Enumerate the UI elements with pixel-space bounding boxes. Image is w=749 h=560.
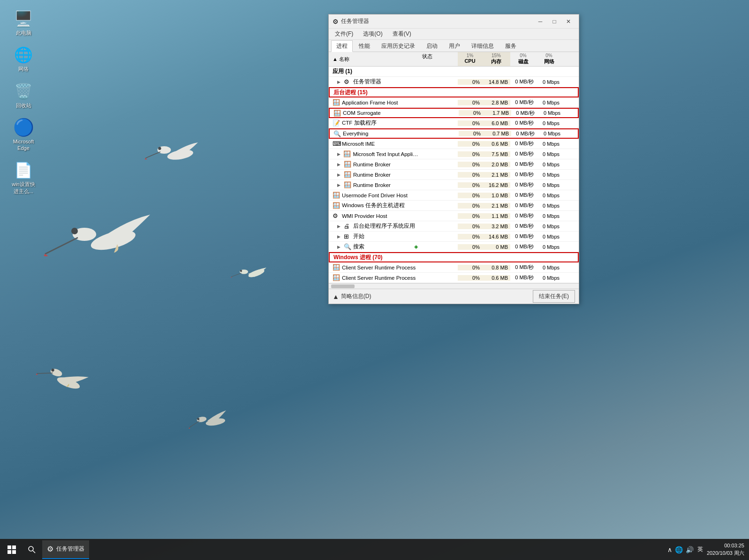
- svg-point-5: [158, 147, 161, 150]
- search-status-icon: ◈: [414, 244, 418, 250]
- window-footer: ▲ 简略信息(D) 结束任务(E): [329, 289, 579, 304]
- svg-point-8: [240, 270, 242, 272]
- tab-details[interactable]: 详细信息: [466, 40, 499, 52]
- expand-arrow-icon: ▶: [337, 183, 342, 187]
- this-pc-icon: 🖥️: [14, 9, 33, 28]
- recycle-icon: 🗑️: [14, 82, 33, 101]
- svg-point-2: [71, 228, 78, 234]
- svg-point-6: [248, 268, 265, 279]
- proc-row-microsoft-ime[interactable]: ⌨Microsoft IME 0% 0.6 MB 0 MB/秒 0 Mbps: [329, 139, 579, 149]
- proc-row-usermode-font[interactable]: 🪟Usermode Font Driver Host 0% 1.0 MB 0 M…: [329, 190, 579, 201]
- title-icon: ⚙: [333, 18, 339, 25]
- chevron-up-icon: ▲: [333, 293, 339, 300]
- svg-point-14: [197, 418, 200, 420]
- menu-options[interactable]: 选项(O): [359, 29, 386, 39]
- desktop-icon-edge[interactable]: 🔵 MicrosoftEdge: [7, 118, 40, 152]
- network-tray-icon[interactable]: 🌐: [675, 546, 683, 553]
- start-button[interactable]: [0, 539, 23, 560]
- brief-info-btn[interactable]: ▲ 简略信息(D): [333, 292, 371, 300]
- minimize-button[interactable]: ─: [534, 16, 547, 27]
- this-pc-label: 此电脑: [16, 30, 31, 36]
- col-header-net[interactable]: 0% 网络: [536, 52, 562, 66]
- file-icon: 📄: [14, 161, 33, 179]
- expand-arrow-icon: ▶: [337, 152, 341, 157]
- language-indicator[interactable]: 英: [697, 545, 703, 553]
- menu-view[interactable]: 查看(V): [389, 29, 415, 39]
- tab-users[interactable]: 用户: [444, 40, 465, 52]
- desktop-icon-file[interactable]: 📄 win设置快进主么...: [7, 161, 40, 194]
- proc-row-csrss-1[interactable]: 🪟Client Server Runtime Process 0% 0.8 MB…: [329, 262, 579, 273]
- proc-row-spooler[interactable]: ▶ 🖨 后台处理程序子系统应用 0% 3.2 MB 0 MB/秒 0 Mbps: [329, 221, 579, 231]
- taskbar: ⚙ 任务管理器 ∧ 🌐 🔊 英 00:03:25 2020/10/03 周六: [0, 539, 749, 560]
- taskbar-items: ⚙ 任务管理器: [42, 540, 89, 559]
- proc-row-app-frame[interactable]: 🪟Application Frame Host 0% 2.8 MB 0 MB/秒…: [329, 97, 579, 108]
- proc-icon: ⚙: [333, 212, 340, 219]
- tab-apphistory[interactable]: 应用历史记录: [376, 40, 420, 52]
- svg-point-1: [73, 228, 96, 241]
- chevron-up-tray-icon[interactable]: ∧: [667, 546, 672, 553]
- edge-icon: 🔵: [14, 118, 33, 137]
- proc-row-start[interactable]: ▶ ⊞ 开始 0% 14.6 MB 0 MB/秒 0 Mbps: [329, 231, 579, 242]
- edge-label: MicrosoftEdge: [13, 138, 34, 152]
- proc-row-com-surrogate[interactable]: 🪟COM Surrogate 0% 1.7 MB 0 MB/秒 0 Mbps: [329, 108, 579, 118]
- desktop-icon-recycle[interactable]: 🗑️ 回收站: [7, 82, 40, 109]
- proc-row-search[interactable]: ▶ 🔍 搜索 ◈ 0% 0 MB 0 MB/秒 0 Mbps: [329, 242, 579, 252]
- proc-icon: 🪟: [333, 202, 340, 209]
- proc-icon: 🪟: [344, 181, 351, 188]
- tab-startup[interactable]: 启动: [421, 40, 443, 52]
- proc-icon: 🪟: [344, 161, 351, 168]
- tab-services[interactable]: 服务: [500, 40, 522, 52]
- svg-point-19: [29, 546, 33, 551]
- menu-file[interactable]: 文件(F): [331, 29, 357, 39]
- taskbar-time-display: 00:03:25: [707, 542, 744, 549]
- proc-icon: 📝: [333, 119, 340, 127]
- proc-row-ctf[interactable]: 📝CTF 加载程序 0% 6.0 MB 0 MB/秒 0 Mbps: [329, 118, 579, 128]
- tab-processes[interactable]: 进程: [331, 40, 353, 52]
- proc-row-runtime-broker-1[interactable]: ▶ 🪟 Runtime Broker 0% 2.0 MB 0 MB/秒 0 Mb…: [329, 159, 579, 170]
- proc-row-csrss-2[interactable]: 🪟Client Server Runtime Process 0% 0.6 MB…: [329, 273, 579, 283]
- close-button[interactable]: ✕: [562, 16, 575, 27]
- proc-row-runtime-broker-2[interactable]: ▶ 🪟 Runtime Broker 0% 2.1 MB 0 MB/秒 0 Mb…: [329, 170, 579, 180]
- proc-icon: 🪟: [333, 192, 340, 199]
- proc-row-everything[interactable]: 🔍Everything 0% 0.7 MB 0 MB/秒 0 Mbps: [329, 128, 579, 139]
- section-windows: Windows 进程 (70): [329, 252, 579, 262]
- sort-arrow-icon: ▲: [333, 56, 338, 62]
- menu-bar: 文件(F) 选项(O) 查看(V): [329, 29, 579, 40]
- taskbar-search-button[interactable]: [23, 539, 40, 560]
- svg-point-12: [205, 417, 226, 427]
- volume-tray-icon[interactable]: 🔊: [686, 546, 694, 553]
- proc-row-win-host[interactable]: 🪟Windows 任务的主机进程 0% 2.1 MB 0 MB/秒 0 Mbps: [329, 201, 579, 211]
- col-header-mem[interactable]: 15% 内存: [482, 52, 510, 66]
- process-list[interactable]: 应用 (1) ▶ ⚙ 任务管理器 0% 14.8 MB 0 MB/秒 0 Mbp…: [329, 67, 579, 283]
- svg-point-3: [166, 148, 194, 162]
- desktop-icon-thispc[interactable]: 🖥️ 此电脑: [7, 9, 40, 36]
- taskbar-item-taskmanager[interactable]: ⚙ 任务管理器: [42, 540, 89, 559]
- desktop-icon-network[interactable]: 🌐 网络: [7, 45, 40, 72]
- col-header-name[interactable]: ▲ 名称: [329, 52, 420, 66]
- end-task-button[interactable]: 结束任务(E): [533, 290, 575, 303]
- svg-rect-18: [12, 550, 16, 554]
- proc-icon: ⊞: [344, 233, 351, 240]
- taskbar-taskmanager-icon: ⚙: [47, 545, 53, 553]
- col-header-cpu[interactable]: 1% CPU: [458, 52, 482, 66]
- desktop: 🖥️ 此电脑 🌐 网络 🗑️ 回收站 🔵 MicrosoftEdge 📄 win…: [0, 0, 749, 560]
- process-row-taskmanager[interactable]: ▶ ⚙ 任务管理器 0% 14.8 MB 0 MB/秒 0 Mbps: [329, 77, 579, 87]
- maximize-button[interactable]: □: [548, 16, 561, 27]
- svg-rect-17: [8, 550, 11, 554]
- proc-row-runtime-broker-3[interactable]: ▶ 🪟 Runtime Broker 0% 16.2 MB 0 MB/秒 0 M…: [329, 180, 579, 190]
- proc-row-ms-text-input[interactable]: ▶ 🪟 Microsoft Text Input Applicat... 0% …: [329, 149, 579, 159]
- col-header-disk[interactable]: 0% 磁盘: [510, 52, 536, 66]
- proc-row-wmi[interactable]: ⚙WMI Provider Host 0% 1.1 MB 0 MB/秒 0 Mb…: [329, 211, 579, 221]
- taskbar-clock[interactable]: 00:03:25 2020/10/03 周六: [707, 542, 744, 557]
- proc-mem: 14.8 MB: [482, 79, 510, 85]
- col-header-status[interactable]: 状态: [420, 52, 458, 66]
- expand-arrow-icon: ▶: [337, 80, 342, 84]
- tab-performance[interactable]: 性能: [354, 40, 375, 52]
- proc-icon: 🪟: [344, 171, 351, 178]
- desktop-icons-container: 🖥️ 此电脑 🌐 网络 🗑️ 回收站 🔵 MicrosoftEdge 📄 win…: [7, 9, 40, 194]
- horizontal-scrollbar[interactable]: [329, 283, 579, 289]
- svg-point-0: [89, 227, 137, 254]
- proc-icon: ⚙: [344, 78, 351, 85]
- proc-icon: 🔍: [344, 243, 351, 250]
- svg-point-11: [51, 368, 54, 372]
